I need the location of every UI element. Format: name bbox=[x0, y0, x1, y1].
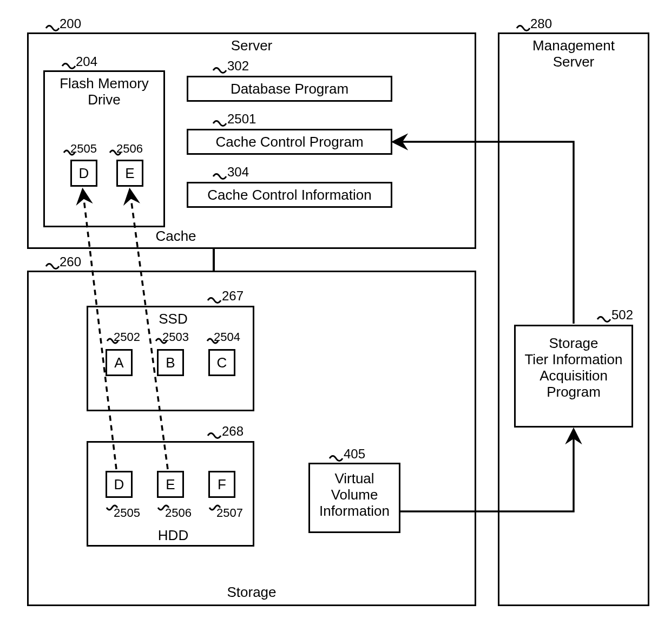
stiap-title: Storage Tier Information Acquisition Pro… bbox=[514, 336, 633, 400]
flash-block-d: D bbox=[70, 160, 97, 187]
ssd-block-a: A bbox=[106, 349, 133, 376]
hdd-d-ref: 2505 bbox=[114, 506, 140, 520]
flash-title: Flash Memory Drive bbox=[46, 76, 162, 108]
storage-ref: 260 bbox=[60, 254, 81, 270]
vvi-title: Virtual Volume Information bbox=[308, 471, 400, 520]
hdd-ref: 268 bbox=[222, 424, 244, 439]
ssd-b-ref: 2503 bbox=[162, 330, 189, 344]
ssd-ref: 267 bbox=[222, 288, 244, 304]
hdd-block-e: E bbox=[157, 471, 184, 498]
mgmt-ref: 280 bbox=[530, 16, 552, 31]
ssd-a-ref: 2502 bbox=[114, 330, 140, 344]
cci-ref: 304 bbox=[227, 165, 249, 180]
hdd-block-f: F bbox=[208, 471, 235, 498]
flash-e-ref: 2506 bbox=[116, 142, 143, 156]
server-title: Server bbox=[184, 38, 319, 54]
flash-block-e: E bbox=[116, 160, 143, 187]
cci-title: Cache Control Information bbox=[187, 187, 392, 203]
storage-title: Storage bbox=[184, 584, 319, 601]
stiap-ref: 502 bbox=[611, 307, 633, 323]
ssd-title: SSD bbox=[141, 311, 206, 327]
ssd-block-b: B bbox=[157, 349, 184, 376]
ssd-c-ref: 2504 bbox=[214, 330, 240, 344]
hdd-e-ref: 2506 bbox=[165, 506, 192, 520]
db-program-ref: 302 bbox=[227, 58, 249, 74]
hdd-f-ref: 2507 bbox=[216, 506, 243, 520]
mgmt-title: Management Server bbox=[509, 38, 639, 70]
hdd-title: HDD bbox=[141, 528, 206, 544]
db-program-title: Database Program bbox=[187, 81, 392, 97]
flash-d-ref: 2505 bbox=[70, 142, 97, 156]
cache-label: Cache bbox=[138, 228, 214, 245]
flash-ref: 204 bbox=[76, 54, 97, 69]
hdd-block-d: D bbox=[106, 471, 133, 498]
ccp-title: Cache Control Program bbox=[187, 134, 392, 150]
server-ref: 200 bbox=[60, 16, 81, 31]
ssd-block-c: C bbox=[208, 349, 235, 376]
vvi-ref: 405 bbox=[344, 446, 365, 462]
ccp-ref: 2501 bbox=[227, 111, 256, 127]
